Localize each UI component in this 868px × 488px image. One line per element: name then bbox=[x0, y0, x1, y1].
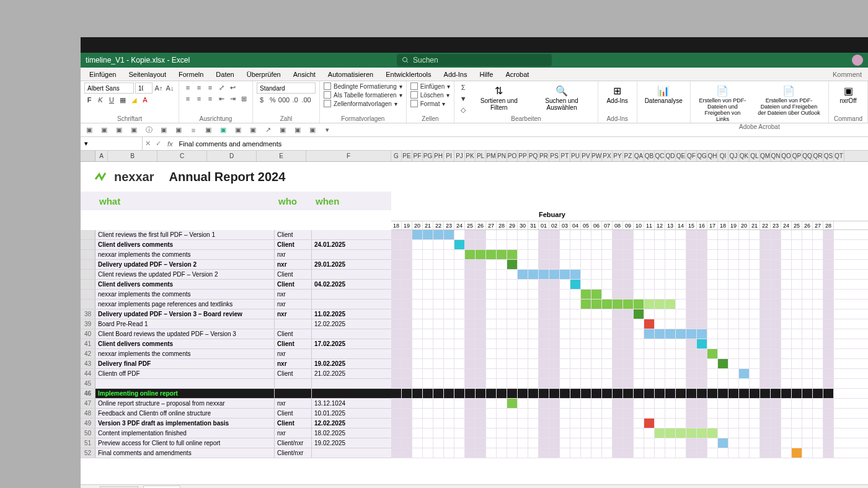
gantt-cell[interactable] bbox=[728, 329, 739, 339]
gantt-cell[interactable] bbox=[823, 339, 834, 348]
gantt-cell[interactable] bbox=[444, 448, 454, 458]
task-when[interactable] bbox=[312, 379, 391, 388]
column-header[interactable]: PM bbox=[486, 151, 497, 161]
gantt-cell[interactable] bbox=[549, 438, 560, 448]
gantt-cell[interactable] bbox=[686, 290, 697, 299]
gantt-cell[interactable] bbox=[581, 349, 591, 358]
task-what[interactable]: nexxar implements the comments bbox=[95, 290, 275, 299]
gantt-cell[interactable] bbox=[518, 339, 528, 348]
gantt-cell[interactable] bbox=[465, 359, 476, 368]
gantt-cell[interactable] bbox=[444, 290, 454, 299]
gantt-cell[interactable] bbox=[802, 319, 813, 329]
gantt-cell[interactable] bbox=[581, 359, 591, 368]
gantt-cell[interactable] bbox=[644, 250, 655, 259]
gantt-cell[interactable] bbox=[528, 409, 539, 418]
gantt-cell[interactable] bbox=[823, 369, 834, 378]
gantt-cell[interactable] bbox=[454, 428, 465, 438]
task-what[interactable]: nexxar implements the comments bbox=[95, 250, 275, 259]
gantt-cell[interactable] bbox=[391, 290, 402, 299]
column-header[interactable]: PX bbox=[602, 151, 613, 161]
gantt-cell[interactable] bbox=[613, 399, 623, 408]
gantt-cell[interactable] bbox=[486, 399, 497, 408]
gantt-cell[interactable] bbox=[591, 270, 602, 279]
column-header[interactable]: PU bbox=[570, 151, 581, 161]
gantt-cell[interactable] bbox=[792, 389, 802, 398]
gantt-cell[interactable] bbox=[802, 409, 813, 418]
gantt-cell[interactable] bbox=[570, 399, 581, 408]
gantt-cell[interactable] bbox=[802, 359, 813, 368]
gantt-cell[interactable] bbox=[739, 419, 750, 428]
gantt-cell[interactable] bbox=[644, 389, 655, 398]
task-row[interactable]: 46Implementing online report bbox=[81, 389, 391, 399]
gantt-cell[interactable] bbox=[750, 309, 760, 319]
gantt-cell[interactable] bbox=[507, 428, 518, 438]
gantt-cell[interactable] bbox=[602, 399, 613, 408]
gantt-cell[interactable] bbox=[570, 339, 581, 348]
gantt-cell[interactable] bbox=[707, 319, 718, 329]
gantt-cell[interactable] bbox=[465, 319, 476, 329]
gantt-cell[interactable] bbox=[644, 299, 655, 309]
gantt-cell[interactable] bbox=[570, 428, 581, 438]
gantt-cell[interactable] bbox=[707, 359, 718, 368]
gantt-cell[interactable] bbox=[623, 339, 634, 348]
gantt-cell[interactable] bbox=[613, 438, 623, 448]
gantt-cell[interactable] bbox=[760, 290, 771, 299]
gantt-cell[interactable] bbox=[707, 280, 718, 289]
gantt-cell[interactable] bbox=[433, 419, 444, 428]
gantt-cell[interactable] bbox=[623, 280, 634, 289]
gantt-cell[interactable] bbox=[402, 389, 412, 398]
column-header[interactable]: PR bbox=[539, 151, 549, 161]
gantt-cell[interactable] bbox=[623, 309, 634, 319]
align-middle-icon[interactable]: ≡ bbox=[194, 82, 204, 92]
gantt-cell[interactable] bbox=[518, 290, 528, 299]
gantt-cell[interactable] bbox=[665, 448, 676, 458]
gantt-cell[interactable] bbox=[549, 419, 560, 428]
gantt-cell[interactable] bbox=[528, 260, 539, 269]
row-number[interactable]: 48 bbox=[81, 409, 95, 418]
gantt-cell[interactable] bbox=[634, 250, 644, 259]
gantt-cell[interactable] bbox=[718, 319, 728, 329]
gantt-cell[interactable] bbox=[634, 339, 644, 348]
gantt-cell[interactable] bbox=[560, 329, 570, 339]
gantt-cell[interactable] bbox=[539, 369, 549, 378]
font-name-select[interactable] bbox=[84, 82, 134, 94]
gantt-cell[interactable] bbox=[570, 309, 581, 319]
merge-cells-icon[interactable]: ⊞ bbox=[239, 94, 249, 104]
gantt-cell[interactable] bbox=[728, 359, 739, 368]
column-header[interactable]: PW bbox=[591, 151, 602, 161]
comments-button[interactable]: Komment bbox=[826, 69, 868, 80]
gantt-cell[interactable] bbox=[707, 270, 718, 279]
gantt-cell[interactable] bbox=[539, 240, 549, 249]
gantt-cell[interactable] bbox=[560, 359, 570, 368]
gantt-cell[interactable] bbox=[739, 270, 750, 279]
gantt-cell[interactable] bbox=[412, 379, 423, 388]
gantt-cell[interactable] bbox=[707, 369, 718, 378]
gantt-cell[interactable] bbox=[771, 260, 781, 269]
gantt-cell[interactable] bbox=[613, 389, 623, 398]
gantt-cell[interactable] bbox=[781, 299, 792, 309]
gantt-cell[interactable] bbox=[528, 280, 539, 289]
gantt-cell[interactable] bbox=[676, 409, 686, 418]
gantt-cell[interactable] bbox=[591, 349, 602, 358]
column-header[interactable]: QI bbox=[718, 151, 728, 161]
gantt-cell[interactable] bbox=[644, 428, 655, 438]
gantt-cell[interactable] bbox=[676, 329, 686, 339]
gantt-cell[interactable] bbox=[518, 309, 528, 319]
gantt-cell[interactable] bbox=[391, 359, 402, 368]
gantt-cell[interactable] bbox=[613, 250, 623, 259]
column-header[interactable]: B bbox=[108, 151, 157, 161]
gantt-cell[interactable] bbox=[792, 339, 802, 348]
gantt-cell[interactable] bbox=[454, 389, 465, 398]
task-who[interactable]: Client bbox=[275, 280, 312, 289]
gantt-cell[interactable] bbox=[581, 409, 591, 418]
gantt-cell[interactable] bbox=[454, 379, 465, 388]
gantt-cell[interactable] bbox=[686, 329, 697, 339]
fx-cancel-icon[interactable]: ✕ bbox=[143, 140, 153, 148]
gantt-cell[interactable] bbox=[781, 438, 792, 448]
insert-cells-button[interactable]: Einfügen ▾ bbox=[410, 82, 450, 90]
gantt-cell[interactable] bbox=[760, 389, 771, 398]
gantt-cell[interactable] bbox=[423, 230, 433, 239]
task-row[interactable]: 42nexxar implements the commentsnxr bbox=[81, 349, 391, 359]
gantt-cell[interactable] bbox=[528, 309, 539, 319]
gantt-cell[interactable] bbox=[476, 280, 486, 289]
